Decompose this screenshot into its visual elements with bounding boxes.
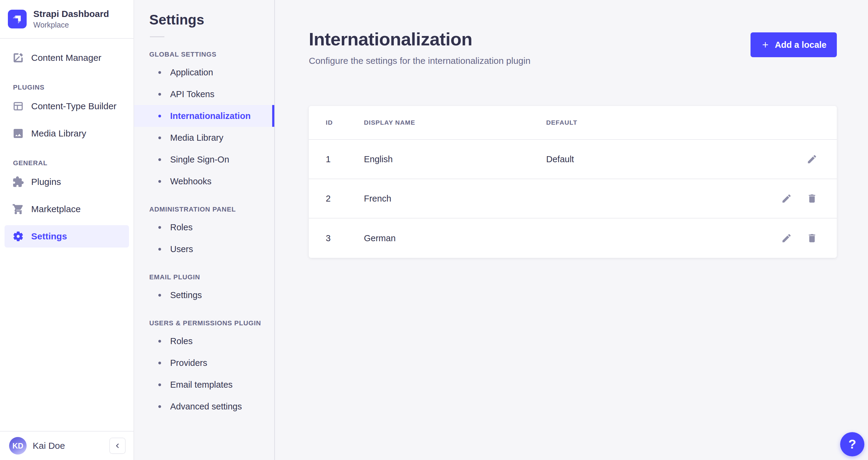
sidebar-navigation: Content ManagerPLUGINSContent-Type Build… [0,39,133,248]
subnav-item-administration-panel-users[interactable]: Users [134,238,274,260]
locale-name-cell: English [364,154,546,164]
strapi-admin-app: Strapi Dashboard Workplace Content Manag… [0,0,868,460]
subnav-item-label: Email templates [170,380,232,390]
bullet-dot-icon [158,226,161,229]
locale-name-cell: French [364,194,546,204]
edit-locale-button[interactable] [780,193,793,205]
subnav-item-global-settings-webhooks[interactable]: Webhooks [134,170,274,192]
sidebar-item-label: Content Manager [31,53,101,63]
locale-id-cell: 3 [326,233,364,243]
locales-table-card: ID DISPLAY NAME DEFAULT 1EnglishDefault2… [309,106,837,258]
puzzle-icon [12,176,24,188]
subnav-item-label: Advanced settings [170,402,242,412]
strapi-logo-icon [8,10,27,28]
workspace-title: Strapi Dashboard [33,9,109,20]
delete-icon [807,193,817,204]
sidebar-item-plugins[interactable]: Plugins [4,171,129,193]
subnav-item-users-permissions-plugin-advanced-settings[interactable]: Advanced settings [134,396,274,417]
column-header-display-name: DISPLAY NAME [364,119,546,126]
delete-locale-button[interactable] [806,232,818,244]
collapse-sidebar-button[interactable] [109,437,126,454]
bullet-dot-icon [158,158,161,161]
locale-id-cell: 1 [326,154,364,164]
locale-row-english[interactable]: 1EnglishDefault [309,140,837,179]
subnav-item-label: Internationalization [170,111,251,121]
locale-row-french[interactable]: 2French [309,179,837,219]
cart-icon [12,203,24,215]
subnav-section-label-users-permissions-plugin: USERS & PERMISSIONS PLUGIN [149,319,274,327]
subnav-item-users-permissions-plugin-providers[interactable]: Providers [134,352,274,374]
subnav-item-label: Providers [170,358,207,368]
subnav-title: Settings [149,11,274,28]
sidebar-item-label: Media Library [31,128,86,139]
sidebar-item-content-type-builder[interactable]: Content-Type Builder [4,95,129,118]
sidebar-item-settings[interactable]: Settings [4,225,129,248]
subnav-item-users-permissions-plugin-roles[interactable]: Roles [134,330,274,352]
row-actions [773,232,818,244]
table-header-row: ID DISPLAY NAME DEFAULT [309,106,837,140]
subnav-item-global-settings-application[interactable]: Application [134,61,274,83]
page-subtitle: Configure the settings for the internati… [309,56,530,66]
subnav-item-global-settings-internationalization[interactable]: Internationalization [134,105,274,127]
edit-icon [781,233,792,243]
workspace-subtitle: Workplace [33,21,109,29]
subnav-item-label: Roles [170,336,192,346]
edit-locale-button[interactable] [780,232,793,244]
subnav-item-email-plugin-settings[interactable]: Settings [134,284,274,306]
layout-icon [12,100,24,112]
sidebar-section-label-plugins: PLUGINS [13,84,129,91]
bullet-dot-icon [158,93,161,96]
question-mark-icon: ? [848,437,856,452]
subnav-item-global-settings-media-library[interactable]: Media Library [134,127,274,149]
bullet-dot-icon [158,362,161,364]
bullet-dot-icon [158,405,161,408]
subnav-section-label-administration-panel: ADMINISTRATION PANEL [149,205,274,213]
edit-locale-button[interactable] [806,153,818,165]
bullet-dot-icon [158,136,161,139]
subnav-item-global-settings-api-tokens[interactable]: API Tokens [134,83,274,105]
subnav-sections: GLOBAL SETTINGSApplicationAPI TokensInte… [134,51,274,417]
subnav-section-label-global-settings: GLOBAL SETTINGS [149,51,274,58]
chevron-left-icon [113,441,122,450]
delete-icon [807,233,817,243]
sidebar-item-marketplace[interactable]: Marketplace [4,198,129,220]
delete-locale-button[interactable] [806,193,818,205]
subnav-item-label: Single Sign-On [170,155,229,165]
bullet-dot-icon [158,115,161,118]
help-button[interactable]: ? [840,432,864,456]
subnav-item-label: API Tokens [170,89,214,99]
add-locale-button-label: Add a locale [775,40,827,50]
bullet-dot-icon [158,340,161,342]
subnav-item-global-settings-single-sign-on[interactable]: Single Sign-On [134,149,274,170]
page-header-text: Internationalization Configure the setti… [309,29,530,66]
bullet-dot-icon [158,180,161,183]
locale-id-cell: 2 [326,194,364,204]
sidebar-item-media-library[interactable]: Media Library [4,122,129,145]
locale-default-cell: Default [546,154,773,164]
user-name: Kai Doe [33,440,65,451]
page-header: Internationalization Configure the setti… [309,0,837,66]
bullet-dot-icon [158,248,161,251]
sidebar-item-label: Content-Type Builder [31,101,117,111]
subnav-item-users-permissions-plugin-email-templates[interactable]: Email templates [134,374,274,396]
workspace-brand[interactable]: Strapi Dashboard Workplace [0,0,133,39]
subnav-divider [150,36,164,37]
row-actions [773,193,818,205]
locale-name-cell: German [364,233,546,243]
subnav-item-label: Application [170,67,213,77]
subnav-item-label: Media Library [170,133,223,143]
write-icon [12,52,24,64]
subnav-item-administration-panel-roles[interactable]: Roles [134,217,274,238]
subnav-item-label: Settings [170,290,202,300]
row-actions [773,153,818,165]
bullet-dot-icon [158,294,161,297]
add-locale-button[interactable]: Add a locale [750,32,837,57]
locale-row-german[interactable]: 3German [309,219,837,258]
sidebar-item-label: Plugins [31,177,61,187]
sidebar-item-content-manager[interactable]: Content Manager [4,46,129,69]
settings-subnav: Settings GLOBAL SETTINGSApplicationAPI T… [134,0,275,460]
edit-icon [807,154,817,165]
sidebar-item-label: Settings [31,231,67,241]
avatar[interactable]: KD [9,437,27,455]
gear-icon [12,231,24,242]
